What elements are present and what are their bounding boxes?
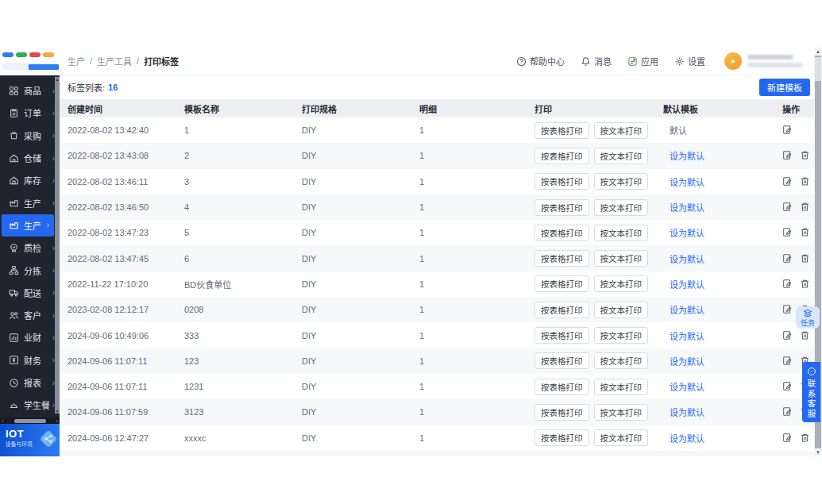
set-default-link[interactable]: 设为默认 bbox=[670, 203, 704, 213]
iot-banner[interactable]: IOT 设备与环境 bbox=[0, 424, 60, 456]
print-by-text-button[interactable]: 按文本打印 bbox=[594, 379, 649, 395]
print-by-table-button[interactable]: 按表格打印 bbox=[534, 404, 589, 421]
set-default-link[interactable]: 设为默认 bbox=[670, 306, 704, 315]
print-by-table-button[interactable]: 按表格打印 bbox=[534, 173, 589, 190]
new-template-button[interactable]: 新建模板 bbox=[759, 79, 810, 96]
column-header-created-time: 创建时间 bbox=[68, 102, 184, 115]
delete-icon[interactable] bbox=[800, 176, 811, 187]
sidebar-item-production-active[interactable]: 生产 › bbox=[2, 214, 54, 237]
set-default-link[interactable]: 设为默认 bbox=[670, 408, 704, 417]
print-by-text-button[interactable]: 按文本打印 bbox=[594, 429, 649, 446]
sidebar-item-quality-check[interactable]: 质检 › bbox=[0, 237, 60, 259]
print-by-table-button[interactable]: 按表格打印 bbox=[534, 275, 589, 292]
set-default-link[interactable]: 设为默认 bbox=[670, 152, 704, 161]
scroll-down-icon[interactable]: ▼ bbox=[814, 448, 822, 456]
print-by-table-button[interactable]: 按表格打印 bbox=[534, 122, 589, 139]
delete-icon[interactable] bbox=[800, 279, 811, 290]
print-by-text-button[interactable]: 按文本打印 bbox=[594, 327, 649, 344]
delete-icon[interactable] bbox=[800, 227, 811, 238]
print-by-text-button[interactable]: 按文本打印 bbox=[594, 173, 649, 190]
print-by-text-button[interactable]: 按文本打印 bbox=[594, 275, 649, 292]
sidebar-item-delivery[interactable]: 配送 › bbox=[0, 282, 60, 304]
tasks-floating-button[interactable]: 任务 bbox=[796, 306, 820, 329]
print-by-text-button[interactable]: 按文本打印 bbox=[594, 199, 649, 216]
edit-template-icon[interactable] bbox=[782, 227, 793, 238]
sidebar-item-business-finance[interactable]: 业财 › bbox=[0, 326, 60, 348]
set-default-link[interactable]: 设为默认 bbox=[670, 255, 704, 264]
edit-template-icon[interactable] bbox=[782, 253, 793, 264]
set-default-link[interactable]: 设为默认 bbox=[670, 357, 704, 367]
edit-template-icon[interactable] bbox=[782, 406, 793, 417]
print-by-table-button[interactable]: 按表格打印 bbox=[534, 199, 589, 216]
print-by-text-button[interactable]: 按文本打印 bbox=[594, 352, 649, 369]
breadcrumb-item-production[interactable]: 生产 bbox=[68, 55, 85, 67]
breadcrumb-item-production-tools[interactable]: 生产工具 bbox=[97, 55, 132, 67]
print-by-table-button[interactable]: 按表格打印 bbox=[534, 302, 589, 318]
sidebar-item-products[interactable]: 商品 › bbox=[0, 79, 60, 102]
sidebar-item-reports[interactable]: 报表 › bbox=[0, 371, 60, 394]
breadcrumb-separator: / bbox=[90, 56, 92, 66]
sidebar-item-customers[interactable]: 客户 › bbox=[0, 304, 60, 326]
user-menu[interactable]: ✦ bbox=[724, 52, 803, 70]
scrollbar-thumb[interactable] bbox=[815, 57, 821, 81]
set-default-link[interactable]: 设为默认 bbox=[670, 280, 704, 290]
print-by-table-button[interactable]: 按表格打印 bbox=[534, 379, 589, 395]
print-by-table-button[interactable]: 按表格打印 bbox=[534, 250, 589, 267]
delete-icon[interactable] bbox=[800, 330, 811, 341]
delete-icon[interactable] bbox=[800, 253, 811, 264]
user-avatar: ✦ bbox=[724, 52, 742, 70]
cell-print-actions: 按表格打印 按文本打印 bbox=[534, 327, 663, 344]
print-by-table-button[interactable]: 按表格打印 bbox=[534, 225, 589, 241]
app-window: 商品 › 订单 › 采购 › 仓储 › bbox=[0, 48, 822, 456]
sidebar-item-purchasing[interactable]: 采购 › bbox=[0, 125, 60, 147]
sidebar-item-finance[interactable]: 财务 › bbox=[0, 349, 60, 371]
edit-template-icon[interactable] bbox=[782, 304, 793, 315]
business-finance-icon bbox=[9, 333, 19, 343]
edit-template-icon[interactable] bbox=[782, 356, 793, 367]
print-by-text-button[interactable]: 按文本打印 bbox=[594, 148, 649, 164]
set-default-link[interactable]: 设为默认 bbox=[670, 383, 704, 392]
edit-template-icon[interactable] bbox=[782, 381, 793, 392]
customer-service-floating-button[interactable]: 联系客服 bbox=[802, 362, 820, 422]
edit-template-icon[interactable] bbox=[782, 202, 793, 213]
print-by-text-button[interactable]: 按文本打印 bbox=[594, 404, 649, 421]
print-by-table-button[interactable]: 按表格打印 bbox=[534, 148, 589, 164]
apps-icon bbox=[627, 56, 638, 67]
set-default-link[interactable]: 设为默认 bbox=[670, 434, 704, 444]
app-logo[interactable] bbox=[0, 48, 60, 75]
sidebar-item-inventory[interactable]: 库存 › bbox=[0, 169, 60, 191]
sidebar-item-student-meals[interactable]: 学生餐 › bbox=[0, 394, 60, 416]
sidebar-item-sorting[interactable]: 分拣 › bbox=[0, 259, 60, 281]
delete-icon[interactable] bbox=[800, 433, 811, 444]
edit-template-icon[interactable] bbox=[782, 150, 793, 161]
set-default-link[interactable]: 设为默认 bbox=[670, 332, 704, 341]
cell-detail-count: 1 bbox=[419, 228, 534, 237]
set-default-link[interactable]: 设为默认 bbox=[670, 178, 704, 187]
delete-icon[interactable] bbox=[800, 202, 811, 213]
messages-button[interactable]: 消息 bbox=[581, 55, 612, 67]
sidebar-item-warehouse[interactable]: 仓储 › bbox=[0, 147, 60, 169]
edit-template-icon[interactable] bbox=[782, 176, 793, 187]
edit-template-icon[interactable] bbox=[782, 125, 793, 136]
sidebar-item-production-tools[interactable]: 生产 › bbox=[0, 191, 60, 214]
set-default-link[interactable]: 设为默认 bbox=[670, 229, 704, 238]
edit-template-icon[interactable] bbox=[782, 279, 793, 290]
apps-button[interactable]: 应用 bbox=[627, 55, 658, 67]
print-by-text-button[interactable]: 按文本打印 bbox=[594, 250, 649, 267]
print-by-table-button[interactable]: 按表格打印 bbox=[534, 352, 589, 369]
scroll-up-icon[interactable]: ▲ bbox=[814, 48, 822, 56]
cell-template-name: 2 bbox=[184, 151, 302, 160]
settings-button[interactable]: 设置 bbox=[674, 55, 705, 67]
sidebar-item-orders[interactable]: 订单 › bbox=[0, 102, 60, 124]
cell-default-template: 设为默认 bbox=[663, 406, 782, 418]
horizontal-scroll-thumb[interactable] bbox=[14, 419, 46, 423]
delete-icon[interactable] bbox=[800, 150, 811, 161]
print-by-table-button[interactable]: 按表格打印 bbox=[534, 429, 589, 446]
edit-template-icon[interactable] bbox=[782, 433, 793, 444]
print-by-text-button[interactable]: 按文本打印 bbox=[594, 122, 649, 139]
print-by-text-button[interactable]: 按文本打印 bbox=[594, 225, 649, 241]
edit-template-icon[interactable] bbox=[782, 330, 793, 341]
print-by-table-button[interactable]: 按表格打印 bbox=[534, 327, 589, 344]
help-center-button[interactable]: 帮助中心 bbox=[516, 55, 565, 67]
print-by-text-button[interactable]: 按文本打印 bbox=[594, 302, 649, 318]
